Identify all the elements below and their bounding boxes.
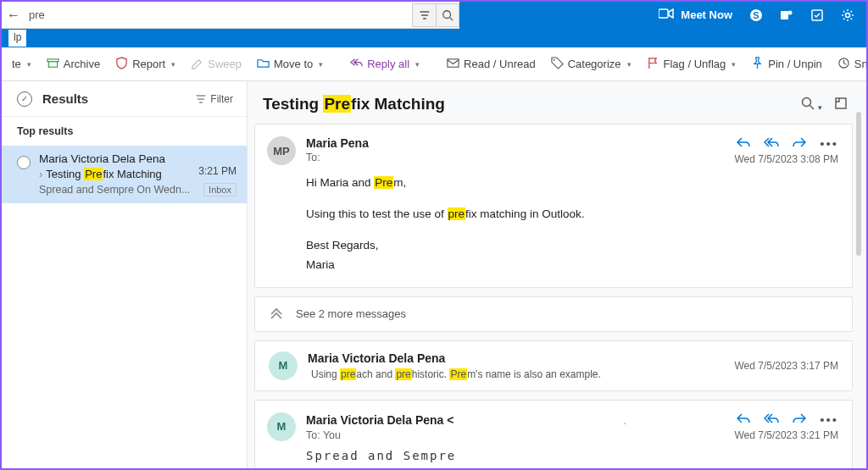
- svg-point-6: [788, 10, 793, 14]
- result-subject: › Testing Prefix Matching: [39, 168, 162, 180]
- read-unread-button[interactable]: Read / Unread: [442, 53, 541, 75]
- app-commands-bar: Meet Now S: [459, 2, 866, 29]
- clock-icon: [837, 57, 850, 72]
- message-sender: Maria Victoria Dela Pena <.: [306, 412, 724, 428]
- message-date: Wed 7/5/2023 3:21 PM: [734, 429, 838, 441]
- svg-rect-5: [781, 11, 788, 19]
- ribbon-tab-strip: lp: [2, 29, 866, 47]
- message-card-expanded[interactable]: M Maria Victoria Dela Pena <. To: You ••…: [254, 400, 853, 470]
- svg-line-15: [810, 105, 814, 109]
- tag-icon: [551, 57, 564, 72]
- truncated-command[interactable]: te▾: [7, 54, 36, 74]
- message-body: Hi Maria and Prem, Using this to test th…: [306, 174, 838, 275]
- folder-move-icon: [257, 57, 270, 72]
- message-preview: Using preach and prehistoric. Prem's nam…: [311, 368, 724, 380]
- select-all-checkbox[interactable]: ✓: [17, 91, 32, 107]
- archive-button[interactable]: Archive: [42, 53, 105, 75]
- result-folder: Inbox: [203, 183, 236, 196]
- reading-pane-scrollbar[interactable]: [856, 86, 863, 459]
- settings-icon[interactable]: [841, 8, 854, 22]
- notes-icon[interactable]: [810, 8, 824, 22]
- flag-button[interactable]: Flag / Unflag▾: [642, 53, 742, 75]
- svg-point-0: [443, 10, 451, 18]
- reading-pane: Testing Prefix Matching ▾ MP Maria Pena …: [248, 81, 866, 470]
- forward-icon[interactable]: [793, 136, 806, 151]
- pin-button[interactable]: Pin / Unpin: [746, 53, 827, 75]
- zoom-button[interactable]: ▾: [801, 97, 822, 113]
- thread-title: Testing Prefix Matching: [263, 95, 801, 113]
- sweep-button: Sweep: [186, 53, 247, 75]
- help-tab[interactable]: lp: [8, 30, 26, 47]
- reply-all-icon[interactable]: [764, 136, 779, 151]
- svg-rect-10: [48, 61, 57, 67]
- search-filter-toggle[interactable]: [412, 3, 436, 27]
- search-button[interactable]: [436, 3, 459, 27]
- expand-chevron-icon: [269, 306, 284, 323]
- reply-icon[interactable]: [737, 412, 750, 427]
- avatar: M: [269, 351, 298, 380]
- message-card-collapsed[interactable]: M Maria Victoria Dela Pena Using preach …: [254, 340, 853, 391]
- result-preview: Spread and Sempre On Wedn...: [39, 184, 190, 196]
- svg-point-14: [802, 97, 810, 106]
- avatar: M: [267, 412, 296, 441]
- reply-all-icon[interactable]: [764, 412, 779, 427]
- avatar: MP: [267, 136, 296, 165]
- more-actions-icon[interactable]: •••: [820, 136, 838, 151]
- svg-text:S: S: [753, 10, 759, 20]
- pin-icon: [751, 57, 764, 72]
- expand-label: See 2 more messages: [296, 307, 406, 320]
- envelope-icon: [447, 57, 459, 72]
- flag-icon: [647, 57, 659, 72]
- report-button[interactable]: Report▾: [110, 53, 181, 75]
- message-to: To:: [306, 152, 724, 163]
- reply-all-icon: [350, 57, 363, 72]
- message-sender: Maria Victoria Dela Pena: [308, 351, 724, 365]
- forward-icon[interactable]: [793, 412, 806, 427]
- reply-all-button[interactable]: Reply all▾: [345, 53, 425, 75]
- message-body: Spread and Sempre •••: [306, 446, 838, 470]
- svg-rect-11: [448, 58, 459, 66]
- results-list-panel: ✓ Results Filter Top results Maria Victo…: [2, 81, 248, 470]
- snooze-button[interactable]: Snooze▾: [832, 53, 866, 75]
- reply-icon[interactable]: [737, 136, 750, 151]
- video-icon: [659, 8, 674, 21]
- message-to: To: You: [306, 429, 724, 441]
- svg-rect-16: [836, 98, 846, 108]
- more-actions-icon[interactable]: •••: [820, 412, 838, 427]
- search-result-item[interactable]: Maria Victoria Dela Pena › Testing Prefi…: [2, 146, 247, 203]
- move-to-button[interactable]: Move to▾: [252, 53, 328, 75]
- message-card-expanded[interactable]: MP Maria Pena To: ••• Wed 7/5/2023 3:08 …: [254, 124, 853, 288]
- message-sender: Maria Pena: [306, 136, 724, 150]
- meet-now-button[interactable]: Meet Now: [659, 8, 732, 21]
- search-input[interactable]: [25, 3, 412, 28]
- expand-messages-row[interactable]: See 2 more messages: [254, 296, 853, 332]
- result-sender: Maria Victoria Dela Pena: [39, 152, 236, 165]
- message-date: Wed 7/5/2023 3:17 PM: [734, 360, 838, 372]
- message-date: Wed 7/5/2023 3:08 PM: [734, 153, 838, 165]
- teams-icon[interactable]: [780, 8, 793, 22]
- svg-point-12: [553, 58, 554, 60]
- sweep-icon: [191, 57, 203, 72]
- svg-point-8: [846, 13, 850, 17]
- result-time: 3:21 PM: [198, 165, 236, 180]
- skype-icon[interactable]: S: [749, 8, 763, 22]
- select-item-checkbox[interactable]: [17, 156, 31, 169]
- archive-icon: [47, 57, 59, 72]
- popout-button[interactable]: [834, 97, 848, 113]
- svg-rect-2: [659, 9, 668, 18]
- shield-icon: [115, 57, 128, 72]
- command-ribbon: te▾ Archive Report▾ Sweep Move to▾ Reply…: [2, 47, 866, 81]
- meet-now-label: Meet Now: [681, 8, 732, 21]
- back-button[interactable]: ←: [2, 3, 25, 28]
- svg-line-1: [450, 17, 453, 20]
- categorize-button[interactable]: Categorize▾: [546, 53, 637, 75]
- top-results-label: Top results: [2, 117, 247, 146]
- filter-button[interactable]: Filter: [196, 93, 233, 105]
- results-heading: Results: [42, 91, 196, 106]
